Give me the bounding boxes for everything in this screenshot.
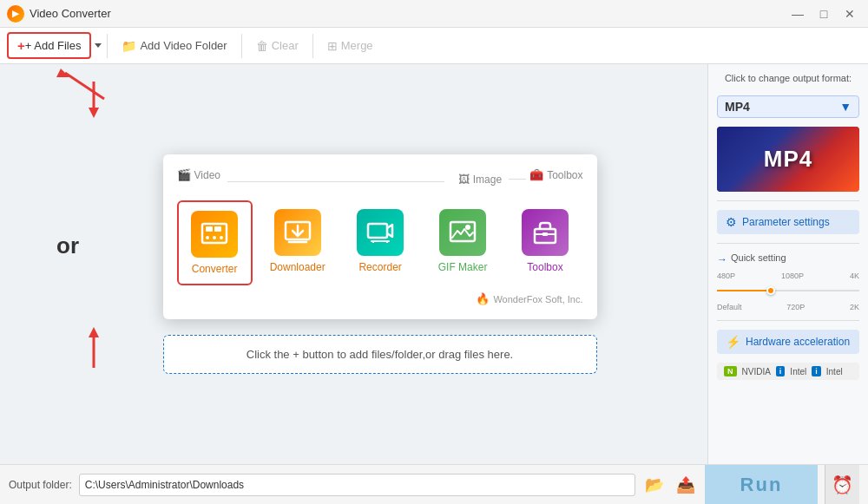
maximize-button[interactable]: □: [812, 5, 835, 23]
alarm-button[interactable]: ⏰: [825, 465, 859, 505]
clear-button[interactable]: 🗑 Clear: [247, 35, 307, 57]
minimize-button[interactable]: —: [786, 5, 809, 23]
add-files-button[interactable]: + + Add Files: [7, 32, 91, 59]
open-folder-icon: 📤: [676, 475, 695, 494]
window-controls: — □ ✕: [786, 5, 861, 23]
toolbar-divider-2: [241, 34, 242, 58]
drop-zone-text: Click the + button to add files/folder,o…: [247, 348, 513, 361]
intel-badge-1: i: [776, 366, 786, 376]
bottom-bar: Output folder: 📂 📤 Run ⏰: [0, 464, 868, 504]
section-divider-1: [227, 181, 444, 182]
hw-accel-icon: ⚡: [726, 335, 740, 349]
modal-footer-text: WonderFox Soft, Inc.: [493, 294, 582, 304]
svg-line-0: [65, 73, 104, 99]
recorder-tool[interactable]: Recorder: [343, 200, 418, 285]
add-files-label: + Add Files: [25, 39, 82, 52]
format-dropdown-icon: ▼: [839, 100, 852, 114]
run-label: Run: [740, 474, 783, 496]
recorder-label: Recorder: [358, 261, 401, 273]
gpu-options-row: N NVIDIA i Intel i Intel: [717, 363, 859, 380]
gif-maker-icon: [439, 209, 486, 256]
add-video-folder-label: Add Video Folder: [140, 39, 227, 52]
gif-maker-tool[interactable]: GIF Maker: [425, 200, 501, 285]
svg-point-10: [213, 236, 216, 239]
content-area: or 🎬 Video 🖼 Image 🧰: [0, 64, 707, 464]
quick-setting-section: → Quick setting 480P 1080P 4K Default 72…: [717, 252, 859, 311]
quick-setting-icon: →: [717, 253, 727, 265]
recorder-icon: [357, 209, 404, 256]
quality-slider[interactable]: [717, 282, 859, 299]
plus-icon: +: [17, 38, 25, 53]
intel-badge-2: i: [812, 366, 821, 376]
toolbox-label: Toolbox: [527, 261, 562, 273]
or-text: or: [56, 232, 79, 259]
panel-divider-1: [717, 200, 859, 201]
output-path-input[interactable]: [79, 474, 635, 496]
run-button[interactable]: Run: [705, 465, 818, 505]
svg-point-11: [220, 236, 223, 239]
intel-label-1: Intel: [790, 367, 806, 376]
downloader-tool[interactable]: Downloader: [260, 200, 336, 285]
parameter-settings-label: Parameter settings: [742, 216, 830, 228]
modal-footer: 🔥 WonderFox Soft, Inc.: [177, 292, 583, 305]
format-preview-text: MP4: [717, 127, 859, 192]
close-button[interactable]: ✕: [838, 5, 861, 23]
quality-labels-top: 480P 1080P 4K: [717, 272, 859, 280]
tool-selector-modal: 🎬 Video 🖼 Image 🧰 Toolbox: [163, 154, 597, 319]
image-icon: 🖼: [458, 173, 470, 186]
hardware-acceleration-button[interactable]: ⚡ Hardware acceleration: [717, 330, 859, 354]
svg-rect-15: [368, 224, 387, 238]
video-icon: 🎬: [177, 168, 191, 181]
svg-marker-3: [89, 108, 99, 118]
folder-icon: 📁: [122, 39, 136, 53]
add-files-dropdown-arrow[interactable]: [95, 43, 102, 48]
drop-zone[interactable]: Click the + button to add files/folder,o…: [163, 335, 597, 374]
open-output-button[interactable]: 📤: [674, 473, 698, 497]
alarm-icon: ⏰: [832, 475, 853, 495]
clear-label: Clear: [272, 39, 299, 52]
folder-open-icon: 📂: [645, 475, 664, 494]
output-folder-label: Output folder:: [9, 479, 72, 491]
toolbar-divider-3: [312, 34, 313, 58]
quality-thumb: [766, 286, 775, 295]
converter-label: Converter: [192, 263, 238, 275]
nvidia-label: NVIDIA: [742, 367, 771, 376]
nvidia-badge: N: [724, 366, 737, 376]
parameter-settings-icon: ⚙: [726, 215, 737, 229]
format-preview: MP4: [717, 127, 859, 192]
svg-rect-6: [202, 224, 227, 243]
svg-rect-7: [206, 226, 213, 232]
add-video-folder-button[interactable]: 📁 Add Video Folder: [113, 35, 235, 57]
svg-marker-5: [89, 327, 99, 337]
toolbar: + + Add Files 📁 Add Video Folder 🗑 Clear…: [0, 28, 868, 64]
format-change-label: Click to change output format:: [717, 73, 859, 83]
svg-marker-1: [56, 69, 69, 77]
toolbox-tool[interactable]: Toolbox: [508, 200, 583, 285]
gif-maker-label: GIF Maker: [438, 261, 488, 273]
quality-labels-bottom: Default 720P 2K: [717, 303, 859, 311]
svg-rect-8: [214, 226, 221, 232]
parameter-settings-button[interactable]: ⚙ Parameter settings: [717, 210, 859, 234]
merge-icon: ⊞: [327, 39, 338, 53]
browse-folder-button[interactable]: 📂: [642, 473, 667, 497]
video-section-label: 🎬 Video: [177, 168, 220, 181]
clear-icon: 🗑: [256, 39, 268, 53]
toolbox-icon: [522, 209, 569, 256]
converter-tool[interactable]: Converter: [177, 200, 253, 285]
merge-button[interactable]: ⊞ Merge: [319, 35, 382, 57]
right-panel: Click to change output format: MP4 ▼ MP4…: [707, 64, 868, 464]
toolbar-divider-1: [107, 34, 108, 58]
svg-rect-23: [542, 232, 548, 236]
format-selector[interactable]: MP4 ▼: [717, 95, 859, 118]
title-bar: ▶ Video Converter — □ ✕: [0, 0, 868, 28]
merge-label: Merge: [341, 39, 373, 52]
panel-divider-3: [717, 320, 859, 321]
intel-label-2: Intel: [826, 367, 843, 376]
quick-setting-label: Quick setting: [731, 252, 786, 263]
downloader-icon: [274, 209, 321, 256]
downloader-label: Downloader: [270, 261, 326, 273]
toolbox-section-label: 🧰 Toolbox: [529, 168, 582, 181]
converter-icon: [191, 211, 238, 258]
app-title: Video Converter: [30, 7, 111, 20]
tools-row: Converter Downloader: [177, 200, 583, 285]
